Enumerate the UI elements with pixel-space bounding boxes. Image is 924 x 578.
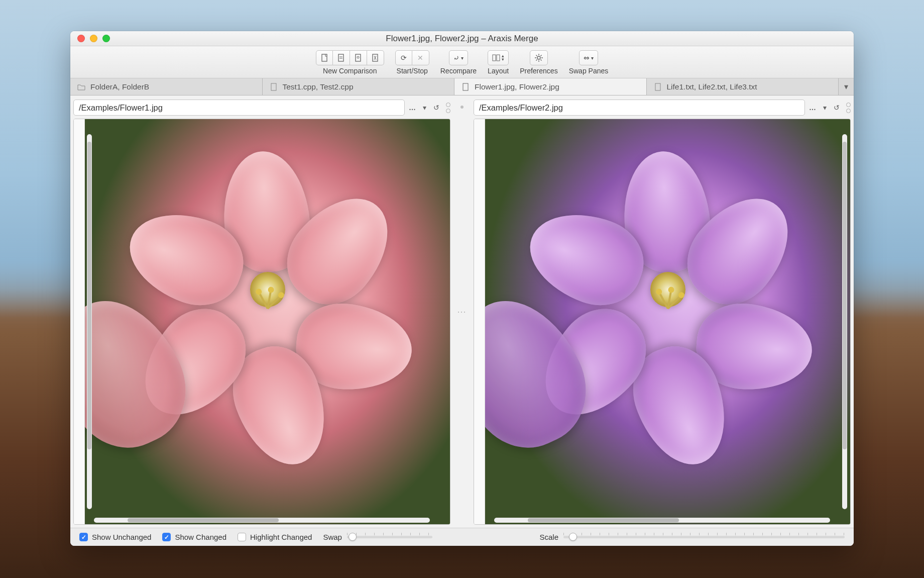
path-dropdown-button[interactable]: ▾ <box>820 103 829 112</box>
path-history-button[interactable]: ↺ <box>832 103 841 112</box>
document-icon <box>270 83 278 91</box>
right-pane: … ▾ ↺ <box>471 98 854 528</box>
svg-point-9 <box>537 56 540 59</box>
toolbar-label: Preferences <box>520 67 557 75</box>
layout-icon <box>492 54 500 61</box>
more-icon: … <box>809 104 816 112</box>
stop-button[interactable]: ✕ <box>412 50 429 65</box>
gear-icon <box>534 53 543 62</box>
new-folder-comparison-button[interactable] <box>333 50 350 65</box>
tab-folders[interactable]: FolderA, FolderB <box>70 78 263 95</box>
tab-flowers[interactable]: Flower1.jpg, Flower2.jpg <box>454 78 647 95</box>
left-pane: … ▾ ↺ <box>70 98 453 528</box>
history-icon: ↺ <box>433 104 439 112</box>
new-text-comparison-button[interactable] <box>316 50 333 65</box>
right-image-viewer[interactable] <box>474 119 851 525</box>
start-button[interactable]: ⟳ <box>395 50 412 65</box>
content-area: … ▾ ↺ <box>70 95 854 528</box>
app-window: Flower1.jpg, Flower2.jpg – Araxis Merge … <box>70 31 854 546</box>
svg-rect-20 <box>655 83 660 90</box>
tab-bar: FolderA, FolderB Test1.cpp, Test2.cpp Fl… <box>70 78 854 95</box>
path-history-button[interactable]: ↺ <box>432 103 441 112</box>
toolbar-group-recompare: ⤾▾ Recompare <box>440 50 477 75</box>
horizontal-scrollbar[interactable] <box>494 518 830 523</box>
layout-button[interactable]: ▴▾ <box>488 50 509 65</box>
preferences-button[interactable] <box>530 50 548 65</box>
svg-rect-19 <box>463 83 468 90</box>
recompare-button[interactable]: ⤾▾ <box>449 50 468 65</box>
new-binary-comparison-button[interactable] <box>367 50 384 65</box>
path-dropdown-button[interactable]: ▾ <box>420 103 429 112</box>
highlight-changed-checkbox[interactable]: Highlight Changed <box>238 533 312 541</box>
slider-thumb[interactable] <box>569 533 577 541</box>
tab-label: FolderA, FolderB <box>90 82 149 91</box>
svg-rect-18 <box>271 83 276 90</box>
bottom-bar: Show Unchanged Show Changed Highlight Ch… <box>70 528 854 546</box>
checkbox-icon <box>79 533 88 541</box>
center-divider: ⋯ <box>453 98 471 528</box>
chevron-down-icon: ▾ <box>591 55 594 61</box>
vertical-scrollbar[interactable] <box>842 134 847 509</box>
stop-icon: ✕ <box>417 54 423 62</box>
link-indicator-icon <box>460 106 464 109</box>
tab-cpp[interactable]: Test1.cpp, Test2.cpp <box>263 78 455 95</box>
svg-point-5 <box>357 56 359 58</box>
refresh-icon: ⟳ <box>401 54 407 62</box>
svg-rect-1 <box>338 54 343 61</box>
show-unchanged-checkbox[interactable]: Show Unchanged <box>79 533 151 541</box>
vertical-scrollbar[interactable] <box>87 134 92 509</box>
right-path-input[interactable] <box>474 100 805 116</box>
horizontal-scrollbar[interactable] <box>94 518 430 523</box>
minimize-button[interactable] <box>90 35 97 42</box>
recompare-icon: ⤾ <box>453 54 459 62</box>
left-image-viewer[interactable] <box>73 119 450 525</box>
path-more-button[interactable]: … <box>408 103 417 112</box>
left-path-input[interactable] <box>73 100 405 116</box>
swap-icon: ⇔ <box>584 54 590 62</box>
toolbar: New Comparison ⟳ ✕ Start/Stop ⤾▾ Recompa… <box>70 46 854 78</box>
right-image <box>485 119 850 524</box>
slider-thumb[interactable] <box>349 533 357 541</box>
chevron-down-icon: ▾ <box>844 82 848 91</box>
path-more-button[interactable]: … <box>808 103 817 112</box>
toolbar-group-preferences: Preferences <box>520 50 557 75</box>
checkbox-icon <box>238 533 246 541</box>
new-image-comparison-button[interactable] <box>350 50 367 65</box>
toolbar-label: Recompare <box>440 67 477 75</box>
swap-slider[interactable] <box>347 536 432 538</box>
svg-rect-8 <box>497 55 500 61</box>
chevron-down-icon: ▾ <box>461 55 464 61</box>
svg-rect-0 <box>322 54 327 61</box>
right-path-row: … ▾ ↺ <box>474 100 851 116</box>
checkbox-label: Highlight Changed <box>250 533 312 541</box>
traffic-lights <box>77 35 110 42</box>
pane-indicator <box>846 103 851 113</box>
document-icon <box>461 83 470 91</box>
vertical-ruler <box>474 119 485 524</box>
swap-panes-button[interactable]: ⇔▾ <box>579 50 598 65</box>
maximize-button[interactable] <box>102 35 110 42</box>
svg-line-16 <box>536 60 537 61</box>
divider-grip-icon[interactable]: ⋯ <box>457 306 467 317</box>
svg-line-15 <box>540 60 541 61</box>
checkbox-label: Show Changed <box>175 533 226 541</box>
tab-label: Test1.cpp, Test2.cpp <box>283 82 354 91</box>
scale-slider[interactable] <box>563 536 845 538</box>
show-changed-checkbox[interactable]: Show Changed <box>162 533 226 541</box>
folder-icon <box>77 83 85 91</box>
toolbar-group-layout: ▴▾ Layout <box>488 50 509 75</box>
left-image <box>85 119 450 524</box>
document-icon <box>654 83 662 91</box>
vertical-ruler <box>74 119 85 524</box>
close-button[interactable] <box>77 35 85 42</box>
titlebar: Flower1.jpg, Flower2.jpg – Araxis Merge <box>70 31 854 46</box>
tab-life[interactable]: Life1.txt, Life2.txt, Life3.txt <box>647 78 839 95</box>
toolbar-label: Layout <box>488 67 509 75</box>
toolbar-group-new-comparison: New Comparison <box>316 50 384 75</box>
tab-overflow-button[interactable]: ▾ <box>839 78 854 95</box>
left-path-row: … ▾ ↺ <box>73 100 450 116</box>
toolbar-group-swap-panes: ⇔▾ Swap Panes <box>569 50 609 75</box>
history-icon: ↺ <box>834 104 840 112</box>
pane-indicator <box>446 103 450 113</box>
toolbar-label: New Comparison <box>323 67 377 75</box>
